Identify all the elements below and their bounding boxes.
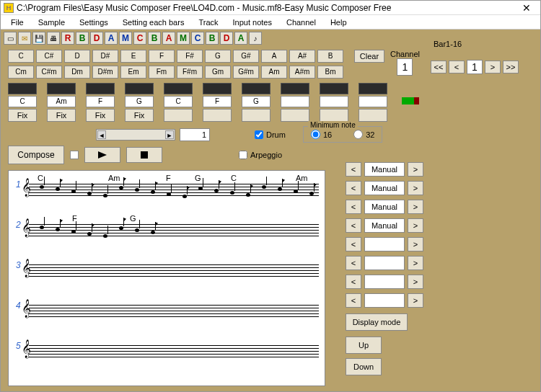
compose-checkbox[interactable] [70, 151, 79, 159]
slot-dark-0[interactable] [8, 83, 37, 94]
manual-next-3[interactable]: > [408, 218, 423, 233]
print-icon[interactable]: 🖶 [47, 32, 60, 45]
slot-5[interactable]: F [203, 96, 232, 107]
manual-prev-0[interactable]: < [346, 162, 361, 177]
fix-button-3[interactable]: Fix [125, 109, 154, 122]
manual-prev-3[interactable]: < [346, 218, 361, 233]
slot-7[interactable] [281, 96, 309, 107]
drum-checkbox[interactable]: Drum [255, 130, 286, 139]
slot-1[interactable]: Am [47, 96, 76, 107]
chord-asharp[interactable]: A# [289, 50, 315, 63]
display-mode-button[interactable]: Display mode [346, 313, 408, 331]
bar-value[interactable]: 1 [467, 60, 483, 74]
bar-last-button[interactable]: >> [503, 61, 519, 74]
slot-dark-6[interactable] [242, 83, 270, 94]
toolbar-letter-c[interactable]: C [191, 32, 204, 45]
stop-button[interactable] [126, 147, 162, 163]
chord-dsharpm[interactable]: D#m [92, 66, 118, 79]
chord-a[interactable]: A [261, 50, 287, 63]
slot-dark-2[interactable] [86, 83, 115, 94]
toolbar-letter-c[interactable]: C [133, 32, 146, 45]
chord-b[interactable]: B [317, 50, 343, 63]
toolbar-letter-a[interactable]: A [162, 32, 175, 45]
slot-dark-8[interactable] [320, 83, 348, 94]
chord-d[interactable]: D [64, 50, 90, 63]
slot-3[interactable]: G [125, 96, 154, 107]
up-button[interactable]: Up [346, 337, 382, 354]
slot-6[interactable]: G [242, 96, 270, 107]
manual-next-6[interactable]: > [408, 275, 423, 289]
manual-prev-6[interactable]: < [346, 275, 361, 289]
save-icon[interactable]: 💾 [32, 32, 45, 45]
menu-setting-each-bars[interactable]: Setting each bars [115, 17, 192, 28]
min-note-32[interactable]: 32 [353, 130, 374, 139]
bar-next-button[interactable]: > [485, 61, 501, 74]
manual-field-6[interactable] [364, 275, 405, 289]
manual-next-2[interactable]: > [408, 200, 423, 214]
manual-next-1[interactable]: > [408, 181, 423, 195]
manual-prev-7[interactable]: < [346, 293, 361, 308]
menu-settings[interactable]: Settings [72, 17, 115, 28]
slot-8[interactable] [320, 96, 348, 107]
menu-file[interactable]: File [4, 17, 31, 28]
manual-prev-4[interactable]: < [346, 237, 361, 251]
slot-dark-9[interactable] [359, 83, 387, 94]
manual-field-4[interactable] [364, 237, 405, 251]
chord-fsharpm[interactable]: F#m [177, 66, 203, 79]
clear-button[interactable]: Clear [354, 50, 384, 63]
chord-f[interactable]: F [149, 50, 175, 63]
menu-channel[interactable]: Channel [279, 17, 323, 28]
chord-csharpm[interactable]: C#m [36, 66, 62, 79]
toolbar-letter-r[interactable]: R [61, 32, 74, 45]
scroll-right-icon[interactable]: ► [165, 130, 174, 139]
down-button[interactable]: Down [346, 358, 382, 375]
new-icon[interactable]: ▭ [4, 32, 17, 45]
manual-prev-5[interactable]: < [346, 256, 361, 270]
slot-dark-1[interactable] [47, 83, 76, 94]
manual-field-3[interactable]: Manual [364, 218, 405, 233]
bar-prev-button[interactable]: < [449, 61, 465, 74]
manual-next-5[interactable]: > [408, 256, 423, 270]
manual-field-2[interactable]: Manual [364, 200, 405, 214]
chord-am[interactable]: Am [261, 66, 287, 79]
manual-field-7[interactable] [364, 293, 405, 308]
slot-dark-7[interactable] [281, 83, 309, 94]
manual-next-4[interactable]: > [408, 237, 423, 251]
chord-fm[interactable]: Fm [149, 66, 175, 79]
play-button[interactable] [84, 147, 120, 163]
chord-e[interactable]: E [120, 50, 146, 63]
slot-dark-4[interactable] [164, 83, 193, 94]
arpeggio-checkbox[interactable]: Arpeggio [239, 151, 282, 159]
open-icon[interactable]: ✉ [18, 32, 31, 45]
manual-next-7[interactable]: > [408, 293, 423, 308]
fix-empty-6[interactable] [242, 109, 270, 122]
manual-prev-2[interactable]: < [346, 200, 361, 214]
channel-value[interactable]: 1 [397, 58, 413, 76]
fix-button-1[interactable]: Fix [47, 109, 76, 122]
toolbar-letter-a[interactable]: A [105, 32, 118, 45]
min-note-16[interactable]: 16 [311, 130, 332, 139]
toolbar-letter-m[interactable]: M [119, 32, 132, 45]
slot-dark-5[interactable] [203, 83, 232, 94]
chord-gsharpm[interactable]: G#m [233, 66, 259, 79]
slot-9[interactable] [359, 96, 387, 107]
bar-first-button[interactable]: << [431, 61, 447, 74]
chord-gsharp[interactable]: G# [233, 50, 259, 63]
chord-gm[interactable]: Gm [205, 66, 231, 79]
chord-g[interactable]: G [205, 50, 231, 63]
chord-bm[interactable]: Bm [317, 66, 343, 79]
fix-empty-4[interactable] [164, 109, 193, 122]
manual-field-0[interactable]: Manual [364, 162, 405, 177]
manual-field-1[interactable]: Manual [364, 181, 405, 195]
fix-empty-5[interactable] [203, 109, 232, 122]
chord-cm[interactable]: Cm [8, 66, 34, 79]
chord-asharpm[interactable]: A#m [289, 66, 315, 79]
manual-field-5[interactable] [364, 256, 405, 270]
fix-button-0[interactable]: Fix [8, 109, 37, 122]
slot-0[interactable]: C [8, 96, 37, 107]
chord-dm[interactable]: Dm [64, 66, 90, 79]
toolbar-letter-b[interactable]: B [76, 32, 89, 45]
menu-track[interactable]: Track [191, 17, 225, 28]
toolbar-letter-d[interactable]: D [220, 32, 233, 45]
close-icon[interactable]: ✕ [516, 2, 537, 14]
